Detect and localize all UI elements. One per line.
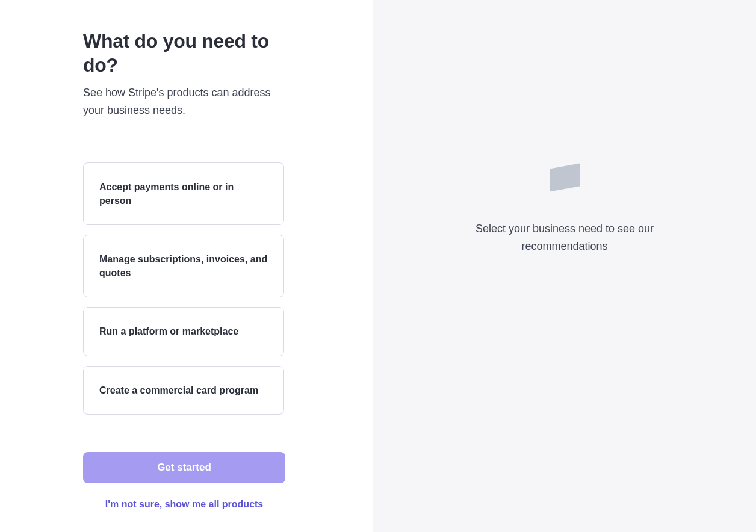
option-commercial-card[interactable]: Create a commercial card program	[83, 366, 284, 415]
option-run-platform[interactable]: Run a platform or marketplace	[83, 307, 284, 356]
right-panel: Select your business need to see our rec…	[373, 0, 756, 532]
get-started-button[interactable]: Get started	[83, 452, 285, 483]
placeholder-card-icon	[550, 164, 580, 192]
page-subheading: See how Stripe's products can address yo…	[83, 84, 288, 119]
actions: Get started I'm not sure, show me all pr…	[83, 452, 285, 510]
page-heading: What do you need to do?	[83, 29, 288, 77]
option-label: Run a platform or marketplace	[99, 326, 238, 336]
placeholder-text: Select your business need to see our rec…	[468, 220, 661, 255]
left-panel: What do you need to do? See how Stripe's…	[0, 0, 373, 532]
option-label: Manage subscriptions, invoices, and quot…	[99, 254, 267, 278]
option-accept-payments[interactable]: Accept payments online or in person	[83, 162, 284, 225]
option-manage-subscriptions[interactable]: Manage subscriptions, invoices, and quot…	[83, 235, 284, 297]
option-list: Accept payments online or in person Mana…	[83, 162, 284, 415]
option-label: Create a commercial card program	[99, 385, 258, 395]
option-label: Accept payments online or in person	[99, 182, 234, 206]
show-all-products-link[interactable]: I'm not sure, show me all products	[105, 499, 264, 510]
